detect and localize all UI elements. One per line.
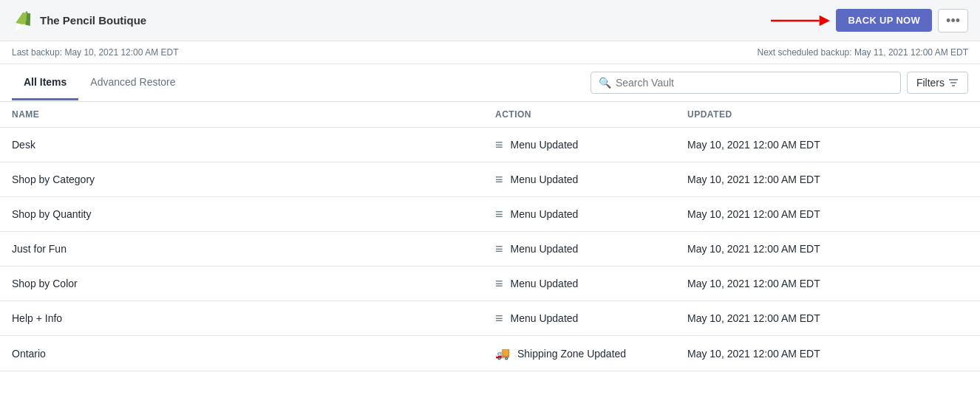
row-updated-cell: May 10, 2021 12:00 AM EDT	[687, 243, 968, 255]
more-options-icon: •••	[946, 13, 960, 28]
menu-lines-icon: ≡	[495, 207, 503, 221]
menu-lines-icon: ≡	[495, 277, 503, 290]
menu-lines-icon: ≡	[495, 138, 503, 151]
store-name: The Pencil Boutique	[40, 14, 146, 27]
row-action-cell: ≡ Menu Updated	[495, 277, 687, 290]
search-filter-area: 🔍 Filters	[591, 64, 968, 101]
more-options-button[interactable]: •••	[938, 9, 968, 32]
search-icon: 🔍	[599, 77, 611, 89]
row-action-cell: ≡ Menu Updated	[495, 207, 687, 221]
row-action-cell: ≡ Menu Updated	[495, 242, 687, 255]
action-label: Menu Updated	[511, 208, 579, 220]
row-name-cell: Shop by Category	[12, 174, 495, 185]
table-row: Just for Fun ≡ Menu Updated May 10, 2021…	[0, 232, 980, 267]
row-action-cell: ≡ Menu Updated	[495, 138, 687, 151]
row-name-cell: Shop by Color	[12, 278, 495, 289]
menu-lines-icon: ≡	[495, 242, 503, 255]
action-label: Menu Updated	[511, 139, 579, 151]
row-updated-cell: May 10, 2021 12:00 AM EDT	[687, 312, 968, 324]
store-logo: The Pencil Boutique	[12, 10, 146, 32]
row-updated-cell: May 10, 2021 12:00 AM EDT	[687, 208, 968, 220]
row-action-cell: ≡ Menu Updated	[495, 312, 687, 325]
tabs-bar: All Items Advanced Restore 🔍 Filters	[0, 64, 980, 102]
backup-info-bar: Last backup: May 10, 2021 12:00 AM EDT N…	[0, 41, 980, 64]
next-backup-label: Next scheduled backup: May 11, 2021 12:0…	[758, 47, 969, 58]
back-up-now-button[interactable]: BACK UP NOW	[836, 9, 932, 32]
search-box: 🔍	[591, 72, 901, 94]
menu-lines-icon: ≡	[495, 312, 503, 325]
row-name-cell: Desk	[12, 139, 495, 151]
table-row: Shop by Color ≡ Menu Updated May 10, 202…	[0, 267, 980, 301]
row-name-cell: Just for Fun	[12, 243, 495, 255]
table-row: Shop by Category ≡ Menu Updated May 10, …	[0, 162, 980, 197]
action-label: Menu Updated	[511, 278, 579, 289]
table-row: Ontario 🚚 Shipping Zone Updated May 10, …	[0, 336, 980, 371]
filter-icon	[948, 78, 959, 88]
action-label: Menu Updated	[511, 312, 579, 324]
last-backup-label: Last backup: May 10, 2021 12:00 AM EDT	[12, 47, 178, 58]
row-name-cell: Ontario	[12, 348, 495, 360]
action-label: Menu Updated	[511, 174, 579, 185]
truck-icon: 🚚	[495, 346, 510, 360]
col-header-updated: UPDATED	[687, 109, 968, 120]
row-updated-cell: May 10, 2021 12:00 AM EDT	[687, 174, 968, 185]
menu-lines-icon: ≡	[495, 173, 503, 186]
items-table: NAME ACTION UPDATED Desk ≡ Menu Updated …	[0, 102, 980, 371]
table-header-row: NAME ACTION UPDATED	[0, 102, 980, 128]
tab-all-items[interactable]: All Items	[12, 66, 78, 100]
filters-button[interactable]: Filters	[907, 72, 968, 94]
filters-label: Filters	[916, 77, 945, 89]
search-input[interactable]	[616, 77, 893, 89]
row-action-cell: 🚚 Shipping Zone Updated	[495, 346, 687, 360]
table-row: Help + Info ≡ Menu Updated May 10, 2021 …	[0, 301, 980, 336]
col-header-action: ACTION	[495, 109, 687, 120]
row-action-cell: ≡ Menu Updated	[495, 173, 687, 186]
row-updated-cell: May 10, 2021 12:00 AM EDT	[687, 139, 968, 151]
shopify-logo-icon	[12, 10, 34, 32]
row-updated-cell: May 10, 2021 12:00 AM EDT	[687, 278, 968, 289]
row-name-cell: Shop by Quantity	[12, 208, 495, 220]
table-row: Desk ≡ Menu Updated May 10, 2021 12:00 A…	[0, 128, 980, 162]
tab-advanced-restore[interactable]: Advanced Restore	[78, 66, 187, 100]
action-label: Menu Updated	[511, 243, 579, 255]
app-header: The Pencil Boutique BACK UP NOW •••	[0, 0, 980, 41]
header-actions: BACK UP NOW •••	[830, 9, 968, 32]
table-row: Shop by Quantity ≡ Menu Updated May 10, …	[0, 197, 980, 232]
action-label: Shipping Zone Updated	[517, 348, 626, 360]
svg-marker-2	[820, 15, 830, 25]
row-name-cell: Help + Info	[12, 312, 495, 324]
red-arrow-icon	[771, 13, 830, 28]
table-body: Desk ≡ Menu Updated May 10, 2021 12:00 A…	[0, 128, 980, 371]
row-updated-cell: May 10, 2021 12:00 AM EDT	[687, 348, 968, 360]
col-header-name: NAME	[12, 109, 495, 120]
